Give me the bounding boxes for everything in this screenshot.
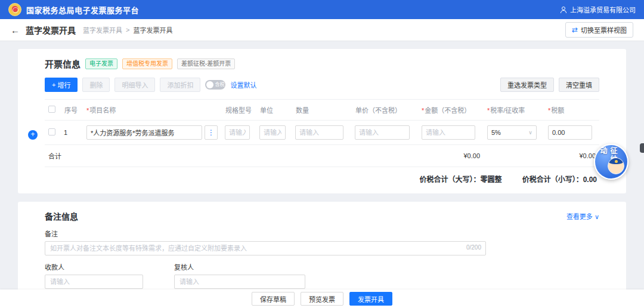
remark-input-wrap: 0/200 — [45, 241, 486, 255]
reselect-invoice-type-button[interactable]: 重选发票类型 — [500, 78, 554, 92]
col-header-unit: 单位 — [256, 100, 292, 121]
page-title: 蓝字发票开具 — [26, 24, 76, 36]
reviewer-label: 复核人 — [174, 262, 305, 272]
save-draft-button[interactable]: 保存草稿 — [252, 292, 295, 306]
breadcrumb-current: 蓝字发票开具 — [133, 25, 172, 35]
detail-import-button[interactable]: 明细导入 — [114, 78, 155, 92]
tag-electronic-invoice: 电子发票 — [85, 58, 117, 69]
company-account[interactable]: 上海溢承贸易有限公司 — [560, 5, 636, 14]
spec-input[interactable] — [225, 125, 250, 140]
payee-reviewer-row: 收款人 复核人 — [45, 255, 599, 289]
unit-input[interactable] — [259, 125, 286, 140]
remark-card: 备注信息 查看更多 ∨ 备注 0/200 收款人 复核人 — [18, 202, 626, 302]
table-row: 1 ⋮ — [45, 121, 599, 145]
reviewer-input[interactable] — [174, 275, 305, 289]
remark-field-label: 备注 — [45, 229, 599, 238]
summary-uppercase: 价税合计（大写）：零圆整 — [420, 174, 502, 184]
col-header-amount: *金额（不含税） — [418, 100, 484, 121]
app-title: 国家税务总局电子发票服务平台 — [26, 4, 139, 16]
tax-bureau-logo-icon — [8, 3, 21, 16]
swap-icon: ⇄ — [572, 26, 578, 33]
invoice-section-head: 开票信息 电子发票 增值税专用发票 差额征税-差额开票 — [45, 57, 599, 70]
toggle-label: 含税 — [215, 82, 224, 87]
insert-row-button[interactable]: + — [28, 130, 38, 140]
remark-input[interactable] — [45, 241, 486, 255]
row-index: 1 — [60, 121, 83, 145]
switch-view-label: 切换至票样视图 — [581, 25, 627, 35]
payee-label: 收款人 — [45, 262, 143, 272]
tax-included-toggle[interactable]: 含税 — [205, 80, 225, 90]
chevron-down-icon: ∨ — [595, 213, 599, 220]
select-all-checkbox[interactable] — [48, 106, 55, 113]
tax-interaction-mascot[interactable]: 征纳互动 — [594, 144, 628, 180]
toggle-knob — [206, 81, 213, 88]
totals-label: 合计 — [45, 145, 83, 167]
unit-price-input[interactable] — [355, 125, 410, 140]
payee-field: 收款人 — [45, 255, 143, 289]
invoice-info-card: 开票信息 电子发票 增值税专用发票 差额征税-差额开票 + 增行 删除 明细导入… — [18, 49, 626, 193]
switch-to-sample-view-button[interactable]: ⇄ 切换至票样视图 — [565, 22, 633, 38]
summary-lowercase: 价税合计（小写）：0.00 — [522, 174, 597, 184]
col-header-spec: 规格型号 — [221, 100, 256, 121]
tag-vat-special-invoice: 增值税专用发票 — [122, 58, 172, 69]
company-name: 上海溢承贸易有限公司 — [570, 5, 636, 14]
breadcrumb: 蓝字发票开具 > 蓝字发票开具 — [83, 25, 172, 35]
col-header-tax-rate: *税率/征收率 — [484, 100, 544, 121]
totals-tax: ¥0.00 — [544, 145, 599, 167]
invoice-items-table-wrap: + 序号 *项目名称 规格型号 单位 数量 单价（不含税） — [45, 99, 599, 186]
remark-section-title: 备注信息 — [45, 210, 78, 222]
preview-invoice-button[interactable]: 预览发票 — [301, 292, 343, 306]
footer-action-bar: 保存草稿 预览发票 发票开具 — [0, 289, 644, 308]
col-header-project-name: *项目名称 — [83, 100, 221, 121]
col-header-index: 序号 — [60, 100, 83, 121]
view-more-link[interactable]: 查看更多 ∨ — [566, 211, 599, 221]
tax-amount-input[interactable] — [548, 125, 592, 140]
back-arrow-icon[interactable]: ← — [11, 26, 20, 35]
amount-input[interactable] — [422, 125, 475, 140]
delete-button[interactable]: 删除 — [82, 78, 110, 92]
more-options-icon[interactable]: ⋮ — [205, 125, 218, 140]
row-checkbox[interactable] — [48, 128, 55, 135]
char-count: 0/200 — [466, 244, 481, 251]
totals-amount: ¥0.00 — [418, 145, 484, 167]
mascot-avatar — [608, 158, 624, 174]
reviewer-field: 复核人 — [174, 255, 305, 289]
invoice-toolbar: + 增行 删除 明细导入 添加折扣 含税 设置默认 重选发票类型 清空重填 — [45, 78, 599, 92]
set-default-link[interactable]: 设置默认 — [230, 80, 256, 90]
tag-differential-tax: 差额征税-差额开票 — [177, 58, 235, 69]
side-collapse-handle[interactable] — [640, 143, 644, 153]
tax-rate-select[interactable]: 5% ∨ — [487, 125, 537, 140]
app-header: 国家税务总局电子发票服务平台 上海溢承贸易有限公司 — [0, 0, 644, 19]
table-header-row: 序号 *项目名称 规格型号 单位 数量 单价（不含税） *金额（不含税） *税率… — [45, 100, 599, 121]
invoice-items-table: 序号 *项目名称 规格型号 单位 数量 单价（不含税） *金额（不含税） *税率… — [45, 99, 599, 167]
chevron-down-icon: ∨ — [528, 130, 532, 135]
payee-input[interactable] — [45, 275, 143, 289]
project-name-input[interactable] — [86, 125, 202, 140]
col-header-quantity: 数量 — [292, 100, 351, 121]
col-header-tax-amount: *税额 — [544, 100, 599, 121]
breadcrumb-separator: > — [126, 26, 129, 33]
invoice-section-title: 开票信息 — [45, 57, 80, 70]
add-discount-button[interactable]: 添加折扣 — [160, 78, 200, 92]
clear-reset-button[interactable]: 清空重填 — [559, 78, 599, 92]
plus-icon: + — [52, 81, 55, 88]
col-header-unit-price: 单价（不含税） — [351, 100, 418, 121]
tax-total-summary: 价税合计（大写）：零圆整 价税合计（小写）：0.00 — [45, 167, 599, 186]
invoice-issue-page: 国家税务总局电子发票服务平台 上海溢承贸易有限公司 ← 蓝字发票开具 蓝字发票开… — [0, 0, 644, 308]
sub-nav: ← 蓝字发票开具 蓝字发票开具 > 蓝字发票开具 ⇄ 切换至票样视图 — [0, 19, 644, 41]
remark-section-head: 备注信息 查看更多 ∨ — [45, 210, 599, 222]
tax-rate-value: 5% — [491, 129, 501, 136]
add-row-button[interactable]: + 增行 — [45, 78, 78, 92]
breadcrumb-parent[interactable]: 蓝字发票开具 — [83, 25, 122, 35]
user-icon — [560, 7, 566, 13]
project-name-cell: ⋮ — [86, 125, 218, 140]
issue-invoice-button[interactable]: 发票开具 — [349, 292, 392, 306]
totals-row: 合计 ¥0.00 ¥0.00 — [45, 145, 599, 167]
quantity-input[interactable] — [295, 125, 343, 140]
add-row-label: 增行 — [57, 80, 70, 90]
